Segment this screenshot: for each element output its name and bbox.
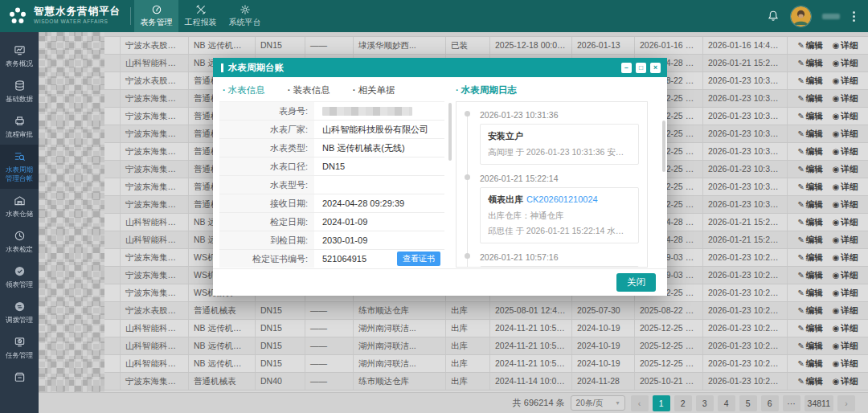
detail-button[interactable]: ◉详细	[833, 302, 858, 319]
edit-button[interactable]: ✎编辑	[797, 320, 822, 337]
edit-icon: ✎	[797, 214, 804, 231]
edit-button[interactable]: ✎编辑	[797, 178, 822, 195]
page-button-6[interactable]: 6	[761, 395, 779, 411]
edit-button[interactable]: ✎编辑	[797, 90, 822, 107]
form-row: 检定日期:2024-01-09	[219, 213, 444, 231]
edit-button[interactable]: ✎编辑	[797, 267, 822, 284]
cell-separator: ——	[305, 337, 354, 354]
edit-button[interactable]: ✎编辑	[797, 214, 822, 231]
edit-button[interactable]: ✎编辑	[797, 337, 822, 354]
app-subtitle: WISDOM WATER AFFAIRS	[34, 17, 121, 27]
table-row: 宁波东海集团有...普通机械表DN40——练市顺达仓库出库2024-11-14 …	[104, 373, 868, 391]
detail-button[interactable]: ◉详细	[833, 108, 858, 125]
cell-date-4: 2026-01-23 10:31:10	[703, 108, 788, 125]
edit-button[interactable]: ✎编辑	[797, 249, 822, 266]
page-size-select[interactable]: 20条/页 ▾	[571, 395, 625, 411]
detail-button[interactable]: ◉详细	[833, 37, 858, 54]
restore-icon[interactable]: □	[636, 63, 646, 73]
detail-button[interactable]: ◉详细	[833, 267, 858, 284]
next-page-button[interactable]: ›	[837, 395, 855, 411]
cell-vendor: 宁波东海集团有...	[121, 249, 189, 266]
cell-actions: ✎编辑◉详细	[788, 72, 868, 89]
sidebar-item-基础数据[interactable]: 基础数据	[0, 74, 39, 109]
edit-button[interactable]: ✎编辑	[797, 72, 822, 89]
row-handle	[104, 373, 121, 390]
edit-button[interactable]: ✎编辑	[797, 108, 822, 125]
top-tab-系统平台[interactable]: 系统平台	[223, 0, 267, 32]
edit-button[interactable]: ✎编辑	[797, 55, 822, 72]
detail-button[interactable]: ◉详细	[833, 284, 858, 301]
detail-button[interactable]: ◉详细	[833, 90, 858, 107]
detail-button[interactable]: ◉详细	[833, 249, 858, 266]
notifications-bell-icon[interactable]	[767, 10, 780, 22]
detail-icon: ◉	[833, 214, 840, 231]
cell-actions: ✎编辑◉详细	[788, 284, 868, 301]
cell-date-4: 2026-01-21 15:22:14	[703, 214, 788, 231]
edit-button[interactable]: ✎编辑	[797, 355, 822, 372]
chevron-down-icon: ▾	[616, 399, 620, 407]
edit-button[interactable]: ✎编辑	[797, 196, 822, 213]
detail-label: 详细	[841, 284, 858, 301]
sidebar-item-表务概况[interactable]: 表务概况	[0, 39, 39, 74]
page-button-34811[interactable]: 34811	[805, 395, 833, 411]
detail-button[interactable]: ◉详细	[833, 214, 858, 231]
log-document-link[interactable]: CK202601210024	[526, 194, 598, 204]
log-card: 领表出库CK202601210024出库仓库：神通仓库邱思佳 于 2026-01…	[480, 187, 639, 243]
view-certificate-button[interactable]: 查看证书	[397, 251, 440, 266]
detail-button[interactable]: ◉详细	[833, 178, 858, 195]
edit-button[interactable]: ✎编辑	[797, 373, 822, 390]
edit-button[interactable]: ✎编辑	[797, 302, 822, 319]
page-button-2[interactable]: 2	[674, 395, 692, 411]
user-avatar[interactable]	[791, 6, 811, 27]
top-tab-工程报装[interactable]: 工程报装	[178, 0, 223, 32]
close-button[interactable]: 关闭	[616, 273, 656, 292]
edit-button[interactable]: ✎编辑	[797, 231, 822, 248]
sidebar-item-水表检定[interactable]: 水表检定	[0, 224, 39, 260]
edit-button[interactable]: ✎编辑	[797, 284, 822, 301]
sidebar-item-水表周期[interactable]: 水表周期管理台帐	[0, 145, 39, 189]
edit-button[interactable]: ✎编辑	[797, 125, 822, 142]
detail-button[interactable]: ◉详细	[833, 373, 858, 390]
cell-vendor: 山科智能科技股...	[121, 355, 189, 372]
cell-actions: ✎编辑◉详细	[788, 178, 868, 195]
tab-相关单据[interactable]: 相关单据	[353, 84, 395, 103]
cell-actions: ✎编辑◉详细	[788, 355, 868, 372]
detail-button[interactable]: ◉详细	[833, 125, 858, 142]
detail-button[interactable]: ◉详细	[833, 55, 858, 72]
detail-button[interactable]: ◉详细	[833, 337, 858, 354]
page-button-4[interactable]: 4	[718, 395, 735, 411]
minimize-icon[interactable]: −	[621, 63, 632, 73]
edit-icon: ✎	[797, 320, 804, 337]
close-icon[interactable]: ×	[650, 63, 661, 73]
form-label: 检定日期:	[219, 213, 314, 231]
detail-button[interactable]: ◉详细	[833, 196, 858, 213]
more-menu-icon[interactable]	[851, 10, 857, 23]
edit-icon: ✎	[797, 373, 804, 390]
edit-button[interactable]: ✎编辑	[797, 143, 822, 160]
detail-button[interactable]: ◉详细	[833, 72, 858, 89]
page-ellipsis[interactable]: ···	[783, 395, 800, 411]
page-button-5[interactable]: 5	[739, 395, 757, 411]
tab-水表信息[interactable]: 水表信息	[223, 84, 265, 103]
detail-button[interactable]: ◉详细	[833, 143, 858, 160]
tab-装表信息[interactable]: 装表信息	[288, 84, 330, 103]
page-button-1[interactable]: 1	[653, 395, 670, 411]
sidebar-item-流程审批[interactable]: 流程审批	[0, 109, 39, 145]
edit-button[interactable]: ✎编辑	[797, 161, 822, 178]
detail-button[interactable]: ◉详细	[833, 320, 858, 337]
sidebar-item-水表仓储[interactable]: 水表仓储	[0, 189, 39, 224]
sidebar-item-任务管理[interactable]: 任务管理	[0, 330, 39, 366]
edit-icon: ✎	[797, 108, 804, 125]
sidebar-item-领表管理[interactable]: 领表管理	[0, 260, 39, 295]
sidebar-item-调拨管理[interactable]: 调拨管理	[0, 295, 39, 330]
page-button-3[interactable]: 3	[696, 395, 714, 411]
prev-page-button[interactable]: ‹	[631, 395, 649, 411]
detail-button[interactable]: ◉详细	[833, 355, 858, 372]
dialog-scrollbar[interactable]	[662, 121, 665, 172]
top-tab-表务管理[interactable]: 表务管理	[134, 0, 178, 32]
detail-button[interactable]: ◉详细	[833, 231, 858, 248]
sidebar-item-icon9[interactable]	[0, 366, 39, 389]
form-scrollbar[interactable]	[448, 103, 452, 161]
edit-button[interactable]: ✎编辑	[797, 37, 822, 54]
detail-button[interactable]: ◉详细	[833, 161, 858, 178]
